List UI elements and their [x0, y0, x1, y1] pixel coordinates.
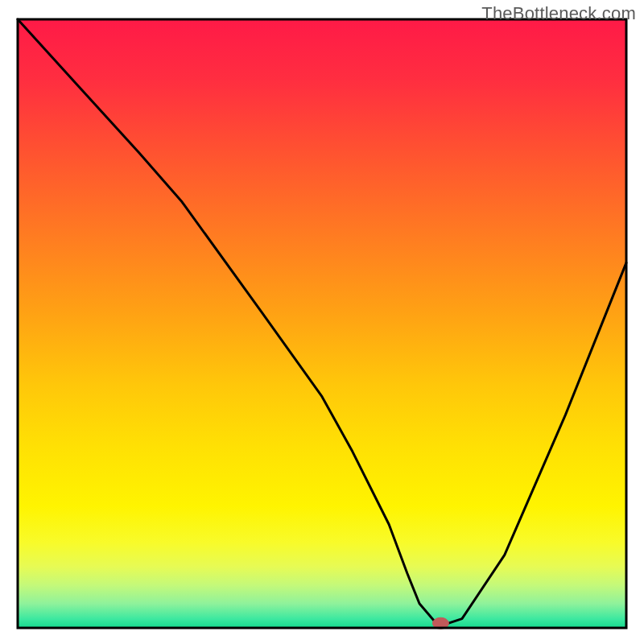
bottleneck-chart [0, 0, 644, 644]
watermark-text: TheBottleneck.com [481, 3, 636, 24]
plot-background [18, 19, 626, 628]
